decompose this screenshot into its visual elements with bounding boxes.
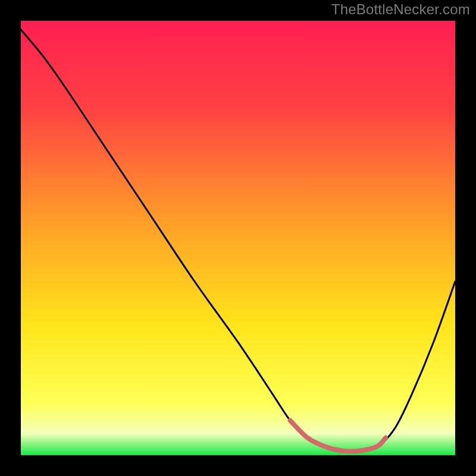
gradient-background <box>21 21 455 455</box>
bottleneck-chart <box>21 21 455 455</box>
chart-frame: TheBottleNecker.com <box>0 0 476 476</box>
watermark-text: TheBottleNecker.com <box>331 1 470 18</box>
plot-area <box>21 21 455 455</box>
